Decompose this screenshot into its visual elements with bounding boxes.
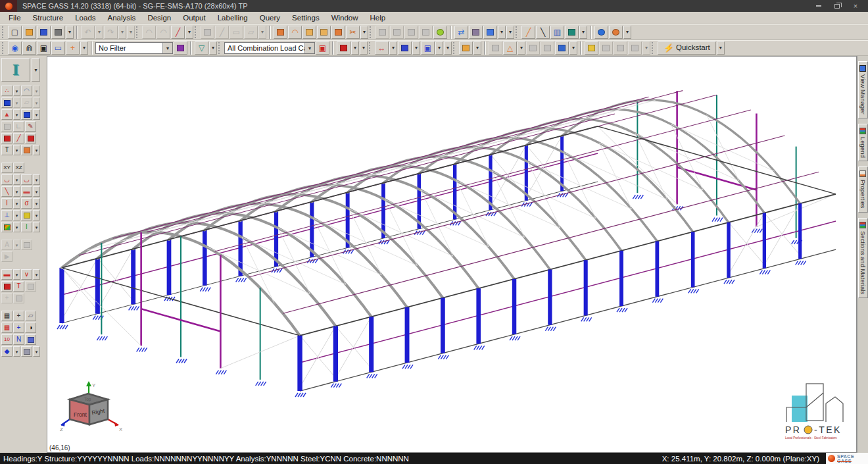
copy-nodes-dropdown[interactable]: ▾: [13, 86, 20, 96]
copy-entities-button[interactable]: [317, 26, 331, 39]
view-triangle-dropdown[interactable]: ▾: [518, 41, 525, 55]
view-triangle-button[interactable]: △: [503, 41, 517, 55]
shear-diagram-dropdown[interactable]: ▾: [33, 174, 40, 185]
find-button[interactable]: ⋒: [22, 41, 36, 55]
save-file-button[interactable]: [37, 26, 51, 39]
open-file-button[interactable]: [22, 26, 36, 39]
support-tool-dropdown[interactable]: ▾: [13, 109, 20, 120]
vehicle-load-dropdown[interactable]: ▾: [506, 26, 514, 39]
pin-view-button[interactable]: ◆: [1, 346, 12, 357]
stress-diagram-button[interactable]: I: [1, 198, 12, 209]
result-bar-button[interactable]: ▬: [1, 269, 12, 280]
sigma-stress-dropdown[interactable]: ▾: [33, 198, 40, 209]
menu-window[interactable]: Window: [326, 13, 364, 23]
copy-view-button[interactable]: [459, 41, 473, 55]
delete-entities-button[interactable]: ✂: [346, 26, 360, 39]
member-load-button[interactable]: [398, 41, 412, 55]
result-wings-button[interactable]: ∨: [21, 269, 32, 280]
axial-diagram-button[interactable]: ▬: [21, 186, 32, 197]
model-viewport[interactable]: Front Right Top Y X Z PR -TEK Local Prof…: [47, 56, 857, 453]
close-button[interactable]: ×: [851, 2, 860, 10]
load-case-combo[interactable]: All Combination Load Cases▾: [224, 42, 315, 54]
tee-tool-button[interactable]: T: [13, 281, 24, 292]
restore-button[interactable]: [832, 2, 842, 10]
filter-funnel-dropdown[interactable]: ▾: [209, 41, 217, 55]
quickstart-button[interactable]: ⚡Quickstart: [658, 41, 716, 55]
moment-display-dropdown[interactable]: ▾: [33, 210, 40, 220]
dropper-tool-button[interactable]: ✎: [25, 121, 36, 132]
tab-properties[interactable]: Properties: [858, 167, 868, 212]
dimension-tool-dropdown[interactable]: ▾: [33, 145, 40, 155]
tab-legend[interactable]: Legend: [858, 124, 868, 162]
paint-properties-dropdown[interactable]: ▾: [579, 26, 587, 39]
delete-entities-dropdown[interactable]: ▾: [360, 26, 368, 39]
cursor-mode-dropdown[interactable]: ▾: [33, 346, 40, 357]
vehicle-load-dropdown[interactable]: ▾: [498, 26, 506, 39]
contour-display-dropdown[interactable]: ▾: [13, 222, 20, 232]
moving-load-dropdown[interactable]: ▾: [360, 41, 368, 55]
corner-tool-button[interactable]: ∟: [13, 121, 24, 132]
quickstart-button-dropdown[interactable]: ▾: [717, 41, 725, 55]
result-bar-dropdown[interactable]: ▾: [13, 269, 20, 280]
paint-properties-button[interactable]: [565, 26, 579, 39]
print-dropdown[interactable]: ▾: [66, 26, 74, 39]
move-entities-button[interactable]: [331, 26, 345, 39]
load-case-display-button[interactable]: ▣: [316, 41, 329, 55]
filter-combo[interactable]: No Filter▾: [95, 42, 173, 54]
copy-view-dropdown[interactable]: ▾: [473, 41, 481, 55]
deflection-diagram-dropdown[interactable]: ▾: [13, 186, 20, 197]
distributed-load-button[interactable]: ↔: [375, 41, 389, 55]
measure-button[interactable]: ▭: [51, 41, 65, 55]
bending-diagram-button[interactable]: ◡: [1, 174, 12, 185]
menu-analysis[interactable]: Analysis: [102, 13, 142, 23]
export-truck-dropdown[interactable]: ▾: [569, 41, 577, 55]
pen-tool-button[interactable]: ╲: [536, 26, 550, 39]
filter-layers-button[interactable]: [174, 41, 187, 55]
datasheet-button[interactable]: ▥: [550, 26, 564, 39]
insert-node-button[interactable]: [274, 26, 287, 39]
insert-member-button[interactable]: ◠: [288, 26, 302, 39]
shrink-toggle-dropdown[interactable]: ▾: [80, 41, 88, 55]
vehicle-load-button[interactable]: [483, 26, 497, 39]
mesh-grid-tool-dropdown[interactable]: ▾: [33, 109, 40, 120]
notes-tool-button[interactable]: [585, 41, 598, 55]
distributed-load-dropdown[interactable]: ▾: [389, 41, 397, 55]
support-tool-button[interactable]: ▲: [1, 109, 12, 120]
tab-view-manager[interactable]: View Manager: [858, 61, 868, 118]
grid-tool-button[interactable]: [1, 97, 12, 108]
moving-load-dropdown[interactable]: ▾: [351, 41, 359, 55]
section-shape-dropdown[interactable]: ▾: [32, 58, 40, 82]
contour-display-button[interactable]: [1, 222, 12, 232]
text-tool-button[interactable]: T: [1, 145, 12, 155]
axes-display-button[interactable]: +: [13, 322, 24, 333]
member-draw-tool-button[interactable]: ╱: [13, 133, 24, 143]
member-color-display-dropdown[interactable]: ▾: [33, 222, 40, 232]
shear-diagram-button[interactable]: ◡: [21, 174, 32, 185]
plate-load-button[interactable]: ▣: [421, 41, 435, 55]
tab-sections-and-materials[interactable]: Sections and Materials: [858, 218, 868, 298]
renumber-members-button[interactable]: [609, 26, 623, 39]
web-library-button[interactable]: [433, 26, 447, 39]
view-orientation-cube[interactable]: Front Right Top Y X Z: [59, 380, 122, 443]
load-case-combo-arrow-icon[interactable]: ▾: [304, 43, 314, 53]
menu-labelling[interactable]: Labelling: [212, 13, 254, 23]
section-shape-button[interactable]: I: [1, 58, 30, 82]
standard-library-button[interactable]: [469, 26, 483, 39]
plate-load-dropdown[interactable]: ▾: [444, 41, 452, 55]
renumber-members-dropdown[interactable]: ▾: [623, 26, 631, 39]
menu-file[interactable]: File: [3, 13, 27, 23]
swap-axes-button[interactable]: ⇄: [454, 26, 468, 39]
plane-xz-button-button[interactable]: XZ: [13, 163, 24, 173]
grid-display-button[interactable]: ▦: [1, 311, 12, 321]
node-pair-tool-button[interactable]: [1, 133, 12, 143]
text-tool-dropdown[interactable]: ▾: [13, 145, 20, 155]
num-display-button[interactable]: N: [13, 334, 24, 345]
member-load-dropdown[interactable]: ▾: [412, 41, 420, 55]
minimize-button[interactable]: [814, 2, 823, 10]
new-file-button[interactable]: ▢: [8, 26, 22, 39]
contrast-view-button[interactable]: ◑: [25, 322, 36, 333]
member-color-display-button[interactable]: I: [21, 222, 32, 232]
plate-load-dropdown[interactable]: ▾: [435, 41, 443, 55]
reactions-display-button[interactable]: ⊥: [1, 210, 12, 220]
insert-plate-button[interactable]: [302, 26, 316, 39]
